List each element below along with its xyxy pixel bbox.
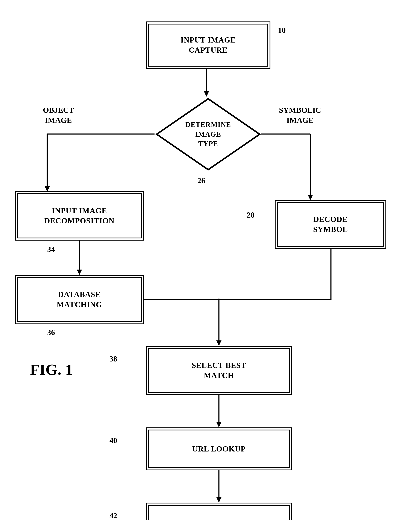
input-image-decomposition-box: INPUT IMAGEDECOMPOSITION [15, 191, 144, 241]
svg-marker-7 [77, 269, 82, 275]
figure-label: FIG. 1 [30, 361, 73, 379]
database-matching-box: DATABASEMATCHING [15, 275, 144, 324]
url-return-box: URL RETURN [146, 503, 292, 520]
ref-34: 34 [47, 245, 55, 254]
ref-10: 10 [278, 26, 286, 35]
url-lookup-label: URL LOOKUP [192, 444, 246, 454]
svg-marker-19 [216, 497, 221, 503]
input-image-capture-box: INPUT IMAGECAPTURE [146, 22, 270, 69]
arrow-diamond-left [47, 134, 157, 135]
arrow-right-down [310, 134, 311, 200]
svg-marker-17 [216, 422, 221, 428]
flowchart-diagram: INPUT IMAGECAPTURE 10 DETERMINEIMAGETYPE… [0, 0, 420, 520]
determine-image-type-diamond: DETERMINEIMAGETYPE [155, 97, 262, 172]
arrow-select-to-url [218, 395, 219, 428]
input-image-decomposition-label: INPUT IMAGEDECOMPOSITION [44, 206, 114, 226]
svg-marker-10 [308, 195, 313, 200]
ref-40: 40 [109, 436, 117, 445]
arrow-decode-left [219, 299, 332, 300]
ref-42: 42 [109, 511, 117, 520]
decode-symbol-label: DECODESYMBOL [313, 214, 348, 235]
input-image-capture-label: INPUT IMAGECAPTURE [180, 35, 236, 55]
database-matching-label: DATABASEMATCHING [57, 290, 102, 310]
arrow-decode-down [330, 249, 332, 301]
arrow-decomp-to-db [79, 241, 80, 275]
ref-36: 36 [47, 328, 55, 337]
svg-marker-15 [216, 340, 221, 346]
ref-38: 38 [109, 354, 117, 363]
ref-26: 26 [197, 176, 205, 185]
determine-image-type-label: DETERMINEIMAGETYPE [185, 120, 231, 149]
arrow-db-right [143, 299, 221, 300]
url-lookup-box: URL LOOKUP [146, 428, 292, 470]
url-return-label: URL RETURN [193, 519, 245, 520]
svg-marker-1 [204, 91, 209, 97]
ref-28: 28 [247, 210, 255, 220]
select-best-match-label: SELECT BESTMATCH [192, 360, 246, 381]
symbolic-image-label: SYMBOLICIMAGE [279, 105, 321, 125]
decode-symbol-box: DECODESYMBOL [275, 200, 386, 249]
arrow-url-lookup-to-return [218, 470, 219, 503]
arrow-capture-to-diamond [206, 69, 207, 97]
object-image-label: OBJECTIMAGE [43, 105, 74, 125]
svg-marker-5 [45, 186, 50, 191]
arrow-left-down [47, 134, 48, 191]
arrow-diamond-right [261, 134, 311, 135]
select-best-match-box: SELECT BESTMATCH [146, 346, 292, 395]
arrow-join-to-select [218, 298, 219, 346]
